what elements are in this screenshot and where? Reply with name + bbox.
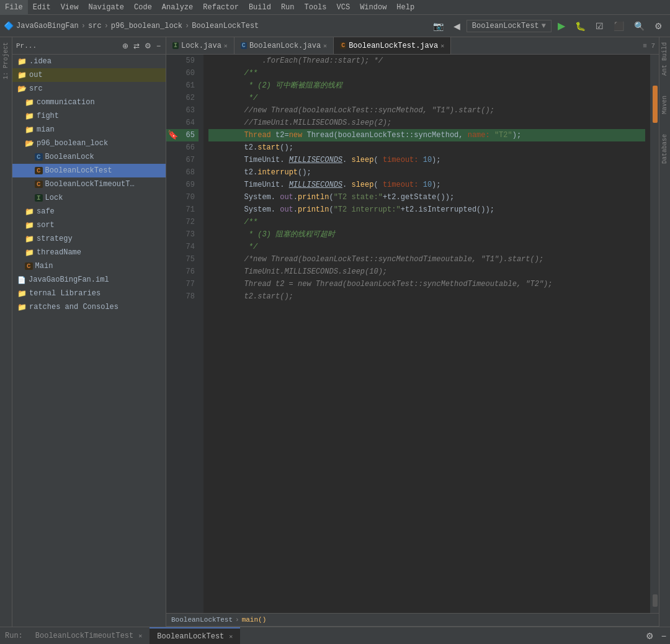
sidebar-item-src[interactable]: 📂 src xyxy=(12,82,166,96)
menu-code[interactable]: Code xyxy=(129,0,157,15)
breadcrumb-class[interactable]: BooleanLockTest xyxy=(171,616,233,624)
tree-label: BooleanLockTimeoutT… xyxy=(45,180,135,189)
menu-build[interactable]: Build xyxy=(244,0,276,15)
bookmark-icon: 🔖 xyxy=(168,129,178,141)
iml-icon: 📄 xyxy=(17,276,26,284)
code-line-65: Thread t2=new Thread(booleanLockTest::sy… xyxy=(208,129,645,141)
sidebar-item-lock[interactable]: I Lock xyxy=(12,191,166,205)
menu-view[interactable]: View xyxy=(56,0,84,15)
sidebar-settings-btn[interactable]: ⚙ xyxy=(143,42,153,50)
search-btn[interactable]: 🔍 xyxy=(630,20,648,32)
sidebar-item-fight[interactable]: 📁 fight xyxy=(12,109,166,123)
project-panel-label[interactable]: 1: Project xyxy=(2,37,9,84)
back-btn[interactable]: ◀ xyxy=(450,20,464,32)
sidebar-item-iml[interactable]: 📄 JavaGaoBingFan.iml xyxy=(12,273,166,287)
bottom-settings-btn[interactable]: ⚙ xyxy=(642,630,658,642)
run-btn[interactable]: ▶ xyxy=(554,19,569,33)
maven-label[interactable]: Maven xyxy=(661,92,668,118)
menu-window[interactable]: Window xyxy=(355,0,391,15)
code-text: t2= xyxy=(275,129,289,141)
folder-icon: 📁 xyxy=(25,248,34,257)
code-text: MILLISECONDS xyxy=(289,154,342,166)
tree-label: ratches and Consoles xyxy=(29,303,118,311)
menu-edit[interactable]: Edit xyxy=(28,0,56,15)
database-label[interactable]: Database xyxy=(661,130,668,168)
menu-navigate[interactable]: Navigate xyxy=(83,0,129,15)
sidebar-item-scratches[interactable]: 📁 ratches and Consoles xyxy=(12,300,166,314)
folder-icon: 📁 xyxy=(17,303,27,312)
sidebar-add-btn[interactable]: ⊕ xyxy=(121,42,130,50)
gutter-73: 73 xyxy=(166,228,199,241)
main-area: 1: Project Pr... ⊕ ⇄ ⚙ − 📁 .idea 📁 out 📂 xyxy=(0,37,670,627)
sidebar-sync-btn[interactable]: ⇄ xyxy=(132,42,141,50)
bottom-tab-timeout-test[interactable]: BooleanLockTimeoutTest ✕ xyxy=(28,627,150,645)
tab-booleanlock-java[interactable]: C BooleanLock.java ✕ xyxy=(234,37,334,55)
tree-label: JavaGaoBingFan.iml xyxy=(29,275,109,284)
code-text: new xyxy=(289,129,307,141)
sidebar-item-communication[interactable]: 📁 communication xyxy=(12,96,166,109)
java-ce-icon: C xyxy=(35,181,43,188)
breadcrumb-arrow-2: › xyxy=(104,22,109,30)
sidebar-item-main[interactable]: C Main xyxy=(12,259,166,273)
sidebar-close-btn[interactable]: − xyxy=(155,42,162,50)
sidebar-item-threadname[interactable]: 📁 threadName xyxy=(12,246,166,259)
tree-label: mian xyxy=(37,125,55,134)
tabs-count[interactable]: ≡ 7 xyxy=(639,42,659,50)
sidebar-item-booleanlock-timeout[interactable]: C BooleanLockTimeoutT… xyxy=(12,177,166,191)
sidebar-item-out[interactable]: 📁 out xyxy=(12,68,166,82)
sidebar-item-sort[interactable]: 📁 sort xyxy=(12,218,166,232)
bottom-tab-close[interactable]: ✕ xyxy=(229,633,233,640)
sidebar-item-booleanlock[interactable]: C BooleanLock xyxy=(12,150,166,164)
tab-icon-c: C xyxy=(241,42,247,49)
folder-icon: 📂 xyxy=(17,84,27,94)
sidebar-item-idea[interactable]: 📁 .idea xyxy=(12,55,166,68)
menu-tools[interactable]: Tools xyxy=(300,0,332,15)
debug-btn[interactable]: 🐛 xyxy=(571,20,589,32)
menu-run[interactable]: Run xyxy=(276,0,300,15)
code-line-70: System. out.println("T2 state:"+t2.getSt… xyxy=(208,191,645,203)
tree-label: Main xyxy=(35,262,53,271)
tab-close-booleanlock[interactable]: ✕ xyxy=(323,42,327,50)
sidebar-item-mian[interactable]: 📁 mian xyxy=(12,123,166,136)
code-line-72: /** xyxy=(208,216,645,228)
code-text: System. xyxy=(208,203,280,216)
menu-analyze[interactable]: Analyze xyxy=(157,0,198,15)
coverage-btn[interactable]: ☑ xyxy=(592,20,607,32)
code-line-62: */ xyxy=(208,92,645,104)
scrollbar-overview[interactable] xyxy=(650,55,659,613)
code-text: /*new Thread(booleanLockTest::syncMethod… xyxy=(208,253,543,266)
bottom-tab-close[interactable]: ✕ xyxy=(138,632,142,640)
code-content[interactable]: .forEach(Thread::start); */ /** * (2) 可中… xyxy=(203,55,650,613)
sidebar-item-booleanlock-test[interactable]: C BooleanLockTest xyxy=(12,164,166,177)
menu-refactor[interactable]: Refactor xyxy=(198,0,244,15)
tab-lock-java[interactable]: I Lock.java ✕ xyxy=(166,37,234,55)
camera-btn[interactable]: 📷 xyxy=(429,20,447,32)
menu-vcs[interactable]: VCS xyxy=(332,0,355,15)
menu-file[interactable]: File xyxy=(0,0,28,15)
sidebar-item-safe[interactable]: 📁 safe xyxy=(12,205,166,218)
tree-label: fight xyxy=(37,112,59,120)
code-line-77: Thread t2 = new Thread(booleanLockTest::… xyxy=(208,278,645,290)
tree-label: communication xyxy=(37,98,95,107)
code-line-68: t2.interrupt(); xyxy=(208,166,645,179)
scroll-thumb xyxy=(653,594,658,607)
code-text: "T2 interrupt:" xyxy=(334,203,401,216)
menubar: File Edit View Navigate Code Analyze Ref… xyxy=(0,0,670,15)
breadcrumb-method[interactable]: main() xyxy=(242,616,267,624)
bottom-panel: Run: BooleanLockTimeoutTest ✕ BooleanLoc… xyxy=(0,627,670,644)
tab-close-lock[interactable]: ✕ xyxy=(224,42,228,50)
tab-booleanlocktest-java[interactable]: C BooleanLockTest.java ✕ xyxy=(334,37,451,55)
settings-gear-btn[interactable]: ⚙ xyxy=(651,20,666,32)
tab-close-booleanlocktest[interactable]: ✕ xyxy=(440,42,444,50)
gutter-59: 59 xyxy=(166,55,199,67)
sidebar-item-strategy[interactable]: 📁 strategy xyxy=(12,232,166,246)
sidebar-item-ext-libs[interactable]: 📁 ternal Libraries xyxy=(12,287,166,300)
stop-btn[interactable]: ⬛ xyxy=(610,20,628,32)
sidebar-item-p96[interactable]: 📂 p96_boolean_lock xyxy=(12,136,166,150)
menu-help[interactable]: Help xyxy=(391,0,419,15)
ant-build-label[interactable]: Ant Build xyxy=(661,38,668,79)
run-config[interactable]: BooleanLockTest ▼ xyxy=(467,20,552,32)
bottom-close-btn[interactable]: − xyxy=(658,630,670,642)
bottom-tab-booleanlock-test[interactable]: BooleanLockTest ✕ xyxy=(150,627,240,645)
editor-area: I Lock.java ✕ C BooleanLock.java ✕ C Boo… xyxy=(166,37,659,627)
